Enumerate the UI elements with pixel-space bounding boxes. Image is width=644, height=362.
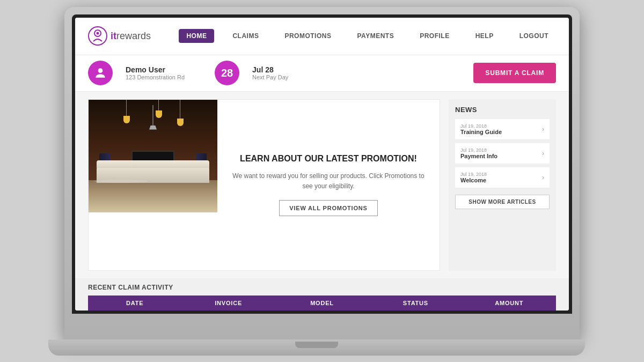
nav-help[interactable]: HELP xyxy=(468,29,501,43)
nav-profile[interactable]: PROFILE xyxy=(412,29,457,43)
user-name: Demo User xyxy=(126,65,185,74)
view-promotions-button[interactable]: VIEW ALL PROMOTIONS xyxy=(279,200,377,216)
nav-home[interactable]: HOME xyxy=(179,29,214,43)
svg-point-2 xyxy=(97,32,99,35)
col-model: MODEL xyxy=(275,300,369,306)
header: itrewards HOME CLAIMS PROMOTIONS PAYMENT… xyxy=(75,18,569,55)
news-item-1-content: Jul 19, 2018 Training Guide xyxy=(460,123,502,135)
news-headline-3: Welcome xyxy=(460,177,487,183)
news-headline-2: Payment Info xyxy=(460,153,497,159)
news-item-1[interactable]: Jul 19, 2018 Training Guide › xyxy=(455,119,550,140)
nav-promotions[interactable]: PROMOTIONS xyxy=(277,29,339,43)
logo: itrewards xyxy=(88,26,151,46)
news-date-2: Jul 19, 2018 xyxy=(460,147,497,153)
avatar xyxy=(88,61,113,85)
main-nav: HOME CLAIMS PROMOTIONS PAYMENTS PROFILE … xyxy=(179,29,556,43)
payday-date: Jul 28 xyxy=(252,65,288,74)
chevron-right-icon-1: › xyxy=(542,125,544,133)
svg-point-3 xyxy=(98,68,103,73)
user-info: Demo User 123 Demonstration Rd xyxy=(126,65,185,80)
main-content: LEARN ABOUT OUR LATEST PROMOTION! We wan… xyxy=(75,92,569,278)
promo-description: We want to reward you for selling our pr… xyxy=(230,171,427,191)
news-date-1: Jul 19, 2018 xyxy=(460,123,502,129)
submit-claim-button[interactable]: SUBMIT A CLAIM xyxy=(473,63,556,83)
logo-icon xyxy=(88,26,107,46)
news-headline-1: Training Guide xyxy=(460,129,502,135)
promo-text: LEARN ABOUT OUR LATEST PROMOTION! We wan… xyxy=(217,100,440,270)
recent-claims-section: RECENT CLAIM ACTIVITY DATE INVOICE MODEL… xyxy=(75,278,569,311)
news-item-3[interactable]: Jul 19, 2018 Welcome › xyxy=(455,167,550,188)
chevron-right-icon-2: › xyxy=(542,150,544,157)
promotion-section: LEARN ABOUT OUR LATEST PROMOTION! We wan… xyxy=(88,99,440,271)
user-address: 123 Demonstration Rd xyxy=(126,74,185,80)
news-section: NEWS Jul 19, 2018 Training Guide › xyxy=(449,99,556,271)
promo-image xyxy=(89,100,217,212)
nav-logout[interactable]: LOGOUT xyxy=(512,29,556,43)
news-date-3: Jul 19, 2018 xyxy=(460,172,487,177)
news-title: NEWS xyxy=(455,106,550,114)
news-item-2-content: Jul 19, 2018 Payment Info xyxy=(460,147,497,159)
payday-label: Next Pay Day xyxy=(252,74,288,80)
show-more-button[interactable]: SHOW MORE ARTICLES xyxy=(455,195,550,209)
nav-claims[interactable]: CLAIMS xyxy=(225,29,266,43)
col-invoice: INVOICE xyxy=(181,300,275,306)
nav-payments[interactable]: PAYMENTS xyxy=(349,29,401,43)
col-amount: AMOUNT xyxy=(463,300,556,306)
chevron-right-icon-3: › xyxy=(542,174,544,181)
recent-claims-title: RECENT CLAIM ACTIVITY xyxy=(88,284,556,291)
payday-badge: 28 xyxy=(215,61,239,85)
news-item-3-content: Jul 19, 2018 Welcome xyxy=(460,172,487,183)
col-status: STATUS xyxy=(369,300,462,306)
payday-info: Jul 28 Next Pay Day xyxy=(252,65,288,80)
news-item-2[interactable]: Jul 19, 2018 Payment Info › xyxy=(455,143,550,164)
user-bar: Demo User 123 Demonstration Rd 28 Jul 28… xyxy=(75,55,569,92)
col-date: DATE xyxy=(88,300,181,306)
claims-table-header: DATE INVOICE MODEL STATUS AMOUNT xyxy=(88,295,556,311)
logo-text: itrewards xyxy=(111,31,151,42)
promo-title: LEARN ABOUT OUR LATEST PROMOTION! xyxy=(240,153,417,165)
